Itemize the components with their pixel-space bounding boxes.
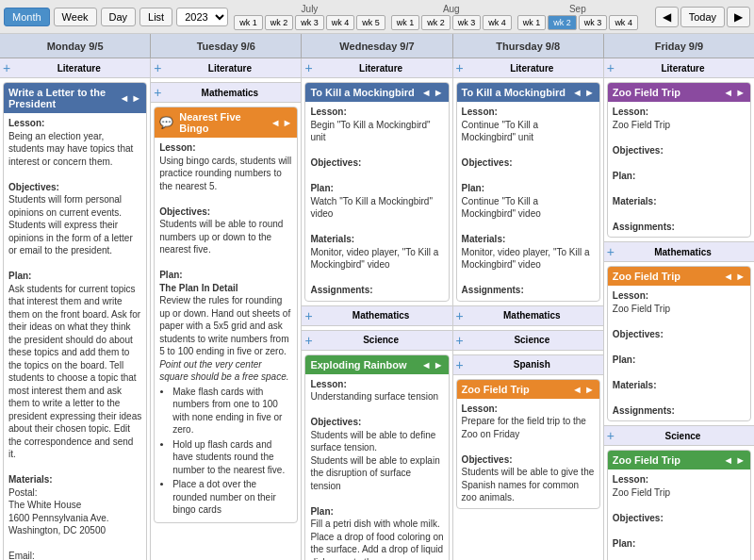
july-weeks: wk 1 wk 2 wk 3 wk 4 wk 5 — [234, 15, 385, 30]
tue-list-item-3: Place a dot over the rounded number on t… — [172, 478, 292, 517]
year-select[interactable]: 2023 — [176, 8, 228, 26]
fri-lit-materials-label: Materials: — [613, 196, 657, 206]
fri-math-card: Zoo Field Trip ◄ ► Lesson: Zoo Field Tri… — [607, 266, 751, 421]
wed-lit-title-bar[interactable]: To Kill a Mockingbird ◄ ► — [305, 83, 448, 102]
today-btn[interactable]: Today — [680, 7, 725, 27]
wed-science-arrows: ◄ ► — [421, 359, 444, 371]
day-col-thu: + Literature To Kill a Mockingbird ◄ ► L… — [453, 58, 604, 560]
tue-math-add-icon[interactable]: + — [154, 85, 161, 100]
wed-lit-add-icon[interactable]: + — [304, 60, 312, 75]
sep-weeks: wk 1 wk 2 wk 3 wk 4 — [517, 15, 638, 30]
mon-lit-label: Literature — [10, 63, 147, 74]
fri-lit-title: Zoo Field Trip — [613, 87, 680, 98]
aug-wk3[interactable]: wk 3 — [452, 15, 482, 30]
thu-lit-right-arrow[interactable]: ► — [584, 87, 595, 98]
thu-span-lesson-label: Lesson: — [462, 404, 498, 414]
tue-math-left-arrow[interactable]: ◄ — [270, 117, 281, 128]
mon-lit-title: Write a Letter to the President — [8, 87, 119, 109]
aug-wk2[interactable]: wk 2 — [421, 15, 451, 30]
wed-science-left-arrow[interactable]: ◄ — [421, 359, 432, 371]
fri-lit-right-arrow[interactable]: ► — [735, 87, 746, 98]
fri-math-plan-label: Plan: — [613, 354, 635, 365]
mon-lit-left-arrow[interactable]: ◄ — [119, 92, 129, 104]
thu-spanish-title: Zoo Field Trip — [462, 384, 530, 395]
fri-math-right-arrow[interactable]: ► — [735, 271, 746, 282]
jul-wk5[interactable]: wk 5 — [356, 15, 385, 30]
aug-wk4[interactable]: wk 4 — [483, 15, 512, 30]
nav-controls: ◀ Today ▶ — [655, 7, 750, 27]
tue-math-right-arrow[interactable]: ► — [283, 117, 293, 128]
mon-lit-add-icon[interactable]: + — [3, 60, 10, 75]
thu-science-add-icon[interactable]: + — [456, 333, 464, 348]
thu-spanish-right-arrow[interactable]: ► — [584, 384, 595, 395]
fri-math-title-bar[interactable]: Zoo Field Trip ◄ ► — [608, 267, 750, 286]
view-list-btn[interactable]: List — [139, 8, 172, 26]
fri-math-obj-label: Objectives: — [613, 329, 664, 339]
prev-btn[interactable]: ◀ — [655, 7, 679, 27]
thu-spanish-left-arrow[interactable]: ◄ — [572, 384, 582, 395]
view-month-btn[interactable]: Month — [4, 8, 50, 26]
fri-lit-title-bar[interactable]: Zoo Field Trip ◄ ► — [608, 83, 750, 102]
fri-math-assignments-label: Assignments: — [613, 405, 675, 416]
aug-wk1[interactable]: wk 1 — [391, 15, 420, 30]
tue-math-title-bar[interactable]: 💬 Nearest Five Bingo ◄ ► — [155, 107, 297, 138]
tue-lit-header: + Literature — [151, 58, 301, 78]
thu-spanish-add-icon[interactable]: + — [456, 357, 464, 372]
fri-science-right-arrow[interactable]: ► — [735, 454, 746, 466]
month-july: July wk 1 wk 2 wk 3 wk 4 wk 5 — [234, 4, 385, 30]
sep-wk1[interactable]: wk 1 — [517, 15, 547, 30]
fri-math-title: Zoo Field Trip — [613, 271, 680, 282]
wed-science-title-bar[interactable]: Exploding Rainbow ◄ ► — [305, 355, 448, 374]
fri-science-arrows: ◄ ► — [723, 454, 746, 466]
thu-spanish-card: Zoo Field Trip ◄ ► Lesson: Prepare for t… — [456, 379, 600, 509]
wed-science-right-arrow[interactable]: ► — [434, 359, 444, 371]
view-week-btn[interactable]: Week — [54, 8, 97, 26]
thu-lit-arrows: ◄ ► — [572, 87, 595, 98]
fri-science-title-bar[interactable]: Zoo Field Trip ◄ ► — [608, 451, 750, 469]
wed-math-add-icon[interactable]: + — [304, 308, 312, 323]
jul-wk1[interactable]: wk 1 — [234, 15, 263, 30]
tue-math-title-row: 💬 Nearest Five Bingo — [159, 111, 270, 134]
mon-materials-label: Materials: — [8, 474, 53, 485]
mon-lit-title-bar[interactable]: Write a Letter to the President ◄ ► — [4, 83, 146, 113]
wed-lit-left-arrow[interactable]: ◄ — [421, 87, 432, 98]
sep-wk4[interactable]: wk 4 — [609, 15, 638, 30]
next-btn[interactable]: ▶ — [727, 7, 750, 27]
view-day-btn[interactable]: Day — [101, 8, 137, 26]
thu-lit-left-arrow[interactable]: ◄ — [572, 87, 582, 98]
month-sep: Sep wk 1 wk 2 wk 3 wk 4 — [517, 4, 638, 30]
thu-lit-title-bar[interactable]: To Kill a Mockingbird ◄ ► — [457, 83, 599, 102]
tue-lit-add-icon[interactable]: + — [154, 60, 161, 75]
jul-wk2[interactable]: wk 2 — [265, 15, 294, 30]
wed-plan-label: Plan: — [310, 183, 333, 193]
thu-lit-add-icon[interactable]: + — [456, 60, 464, 75]
aug-weeks: wk 1 wk 2 wk 3 wk 4 — [391, 15, 512, 30]
wed-materials-label: Materials: — [310, 234, 354, 244]
fri-lit-left-arrow[interactable]: ◄ — [723, 87, 733, 98]
fri-science-label: Science — [615, 431, 751, 441]
mon-lit-right-arrow[interactable]: ► — [131, 92, 141, 104]
fri-science-left-arrow[interactable]: ◄ — [723, 454, 733, 466]
jul-wk4[interactable]: wk 4 — [326, 15, 355, 30]
mon-lit-body: Lesson: Being an election year, students… — [4, 113, 146, 560]
tue-math-arrows: ◄ ► — [270, 117, 293, 128]
jul-wk3[interactable]: wk 3 — [295, 15, 324, 30]
tue-math-header: + Mathematics — [151, 82, 301, 103]
day-header-wed: Wednesday 9/7 — [302, 34, 452, 58]
wed-lit-right-arrow[interactable]: ► — [434, 87, 444, 98]
tue-list-item-2: Hold up flash cards and have students ro… — [172, 438, 292, 477]
fri-math-add-icon[interactable]: + — [607, 244, 615, 259]
wed-science-add-icon[interactable]: + — [304, 333, 312, 348]
month-aug: Aug wk 1 wk 2 wk 3 wk 4 — [391, 4, 512, 30]
fri-math-left-arrow[interactable]: ◄ — [723, 271, 733, 282]
tue-obj-label: Objectives: — [159, 206, 210, 217]
mon-lit-arrows: ◄ ► — [119, 92, 141, 104]
fri-lit-add-icon[interactable]: + — [607, 60, 615, 75]
sep-wk2[interactable]: wk 2 — [548, 15, 577, 30]
tue-list-item-1: Make flash cards with numbers from one t… — [172, 386, 292, 436]
thu-spanish-title-bar[interactable]: Zoo Field Trip ◄ ► — [457, 380, 599, 399]
tue-math-card: 💬 Nearest Five Bingo ◄ ► Lesson: Using b… — [154, 107, 298, 523]
sep-wk3[interactable]: wk 3 — [579, 15, 608, 30]
thu-math-add-icon[interactable]: + — [456, 308, 464, 323]
fri-science-add-icon[interactable]: + — [607, 428, 615, 443]
